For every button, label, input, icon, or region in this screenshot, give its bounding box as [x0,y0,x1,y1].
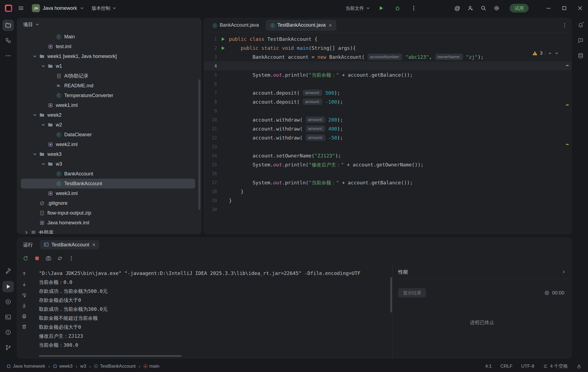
tree-item-w1[interactable]: w1 [17,61,201,71]
debug-button[interactable] [392,3,403,14]
tree-item-week3[interactable]: week3 [17,149,201,159]
tree-item-week1.iml[interactable]: week1.iml [17,100,201,110]
up-stack-icon[interactable] [21,271,27,277]
code-line[interactable]: 2 public static void main(String[] args)… [204,44,571,52]
more-icon[interactable] [68,255,75,262]
code-line[interactable]: 10 account.withdraw( amount: 200); [204,115,571,124]
build-icon[interactable] [2,266,14,277]
close-icon[interactable]: × [329,23,332,28]
run-tool-icon[interactable] [2,281,14,292]
console-horizontal-scrollbar[interactable] [39,355,182,357]
database-icon[interactable] [575,50,586,61]
thread-dump-icon[interactable] [45,255,52,262]
trial-badge[interactable]: 试用 [510,4,529,13]
code-line[interactable]: 6 [204,79,571,88]
tree-item-DataCleaner[interactable]: CDataCleaner [17,130,201,140]
code-line[interactable]: 9 [204,106,571,115]
down-stack-icon[interactable] [21,281,27,287]
code-line[interactable]: 1public class TestBankAccount { [204,35,571,44]
chevron-up-icon[interactable] [548,51,552,55]
tree-item-week1-week1-Java-homework-[interactable]: week1 [week1, Java homework] [17,51,201,61]
code-line[interactable]: 5 System.out.println("当前余额：" + account.g… [204,70,571,79]
run-config-selector[interactable]: 当前文件 [345,5,370,11]
tree-item-.gitignore[interactable]: .gitignore [17,198,201,208]
tree-item-TestBankAccount[interactable]: CTestBankAccount [21,179,195,188]
project-panel-header[interactable]: 项目 [17,18,201,31]
main-menu-icon[interactable] [16,3,26,14]
structure-icon[interactable] [2,35,14,46]
tree-item-TemperatureConverter[interactable]: CTemperatureConverter [17,91,201,100]
run-line-icon[interactable] [217,35,229,44]
breadcrumb-week3[interactable]: week3 [53,364,72,369]
code-line[interactable]: 18 } [204,187,571,196]
indent-setting[interactable]: 4 个空格 [543,363,568,369]
code-line[interactable]: 4 [204,61,571,70]
breadcrumb-TestBankAccount[interactable]: CTestBankAccount [94,364,136,369]
performance-header[interactable]: 性能 [393,265,571,279]
collaborate-icon[interactable] [465,3,476,14]
editor-body[interactable]: 1public class TestBankAccount {2 public … [204,32,571,234]
tree-item-AI协助记录[interactable]: AI协助记录 [17,71,201,81]
breadcrumb-w3[interactable]: w3 [80,364,86,369]
code-line[interactable]: 13 [204,142,571,151]
tree-item-Main[interactable]: CMain [17,32,201,42]
print-icon[interactable] [21,313,27,319]
code-line[interactable]: 14 account.setOwnerName("ZJ123"); [204,151,571,160]
tree-item-外部库[interactable]: 外部库 [17,228,201,234]
project-scrollbar[interactable] [198,79,200,210]
problems-icon[interactable] [2,327,14,338]
more-t ools-icon[interactable] [2,50,14,61]
chevron-down-icon[interactable] [31,152,38,157]
maximize-button[interactable] [556,0,572,16]
chevron-down-icon[interactable] [555,51,559,55]
tab-options-icon[interactable] [562,22,568,28]
ai-assistant-icon[interactable]: @ [452,3,463,14]
tree-item-flow-input-output.zip[interactable]: flow-input-output.zip [17,208,201,218]
code-line[interactable]: 19} [204,196,571,205]
notifications-icon[interactable] [575,20,586,31]
gc-icon[interactable] [56,255,63,262]
console[interactable]: "D:\Java JDK25\bin\java.exe" "-javaagent… [31,265,393,358]
rerun-icon[interactable] [22,255,29,262]
caret-position[interactable]: 4:1 [485,364,492,369]
close-button[interactable] [572,0,588,16]
tree-item-README.md[interactable]: M↓README.md [17,81,201,91]
project-tool-icon[interactable] [2,20,14,31]
code-line[interactable]: 11 account.withdraw( amount: 400); [204,124,571,133]
chevron-down-icon[interactable] [39,162,47,166]
tree-item-week2[interactable]: week2 [17,110,201,120]
project-widget[interactable]: JH Java homework [30,3,86,13]
editor-tab-TestBankAccount.java[interactable]: CTestBankAccount.java× [266,20,336,30]
chevron-right-icon[interactable] [23,230,30,234]
soft-wrap-icon[interactable] [21,292,27,298]
run-tab[interactable]: TestBankAccount × [40,240,99,249]
code-line[interactable]: 8 account.deposit( amount: -100); [204,97,571,106]
inspections-widget[interactable]: 3 [529,49,562,57]
chevron-down-icon[interactable] [39,122,47,127]
tree-item-Java-homework.iml[interactable]: Java homework.iml [17,218,201,228]
warning-stripe-mark[interactable] [566,144,569,145]
stop-icon[interactable] [33,255,41,262]
code-line[interactable]: 17 System.out.println("当前余额：" + account.… [204,178,571,187]
file-encoding[interactable]: UTF-8 [521,364,534,369]
warning-stripe-mark[interactable] [566,104,569,106]
version-control-icon[interactable] [2,342,14,353]
chevron-down-icon[interactable] [31,54,38,59]
terminal-icon[interactable] [2,311,14,323]
more-actions-icon[interactable] [408,3,419,14]
search-icon[interactable] [478,3,489,14]
settings-icon[interactable] [491,3,502,14]
show-results-button[interactable]: 显示结果 [398,288,426,297]
lock-icon[interactable] [577,364,581,369]
ai-chat-icon[interactable] [575,35,586,46]
minimize-button[interactable] [541,0,556,16]
tree-item-week2.iml[interactable]: week2.iml [17,140,201,149]
clear-console-icon[interactable] [21,324,27,330]
vcs-menu[interactable]: 版本控制 [90,4,119,13]
breadcrumb-main[interactable]: mmain [143,364,160,369]
chevron-down-icon[interactable] [31,113,38,117]
tree-item-w3[interactable]: w3 [17,159,201,169]
tree-item-w2[interactable]: w2 [17,120,201,130]
code-line[interactable]: 15 System.out.println("修改后户主：" + account… [204,160,571,169]
tree-item-test.iml[interactable]: test.iml [17,42,201,51]
